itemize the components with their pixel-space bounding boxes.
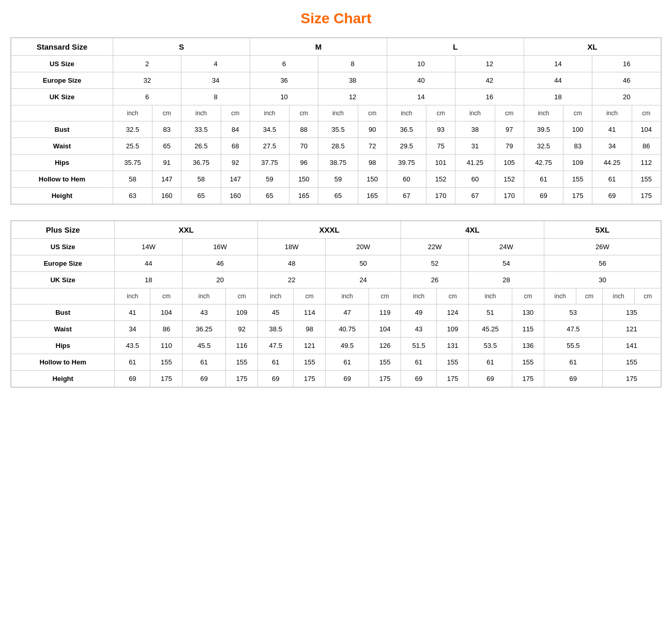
us-size-2: 2 (113, 56, 181, 72)
plus-waist-43: 43 (401, 321, 436, 338)
plus-unit-inch-6: inch (469, 288, 512, 304)
us-26w: 26W (544, 239, 661, 255)
plus-us-size-label: US Size (11, 239, 115, 255)
plus-hips-126: 126 (369, 338, 401, 354)
waist-72: 72 (358, 138, 387, 155)
plus-hips-110: 110 (150, 338, 182, 354)
us-20w: 20W (326, 239, 401, 255)
plus-h2h-155-3: 155 (294, 354, 326, 371)
plus-unit-cm-7: cm (576, 288, 602, 304)
plus-bust-label: Bust (11, 304, 115, 321)
plus-eu-50: 50 (326, 255, 401, 272)
waist-label: Waist (11, 138, 113, 155)
uk-size-10: 10 (250, 89, 318, 105)
unit-inch-8: inch (592, 105, 632, 121)
ht-65-1: 65 (181, 188, 221, 204)
waist-65: 65 (152, 138, 181, 155)
hips-label: Hips (11, 155, 113, 171)
plus-waist-47.5: 47.5 (544, 321, 602, 338)
plus-unit-cm-4: cm (369, 288, 401, 304)
plus-h2h-61-7: 61 (544, 354, 602, 371)
ht-67-1: 67 (387, 188, 426, 204)
waist-75: 75 (426, 138, 455, 155)
plus-ht-69-6: 69 (469, 371, 512, 387)
plus-bust-135: 135 (602, 304, 661, 321)
eu-size-32: 32 (113, 72, 181, 89)
plus-hips-51.5: 51.5 (401, 338, 436, 354)
hips-112: 112 (632, 155, 661, 171)
plus-uk-26: 26 (401, 272, 468, 288)
hips-101: 101 (426, 155, 455, 171)
bust-84: 84 (221, 121, 250, 138)
eu-size-36: 36 (250, 72, 318, 89)
plus-bust-109: 109 (226, 304, 258, 321)
us-size-4: 4 (181, 56, 250, 72)
unit-inch-7: inch (524, 105, 563, 121)
unit-inch-2: inch (181, 105, 221, 121)
bust-100: 100 (563, 121, 592, 138)
us-size-label: US Size (11, 56, 113, 72)
size-xxl-header: XXL (115, 221, 258, 239)
plus-ht-69-5: 69 (401, 371, 436, 387)
plus-h2h-61-2: 61 (182, 354, 226, 371)
waist-79: 79 (495, 138, 524, 155)
ht-165-2: 165 (358, 188, 387, 204)
plus-waist-121: 121 (602, 321, 661, 338)
plus-bust-114: 114 (294, 304, 326, 321)
plus-bust-47: 47 (326, 304, 369, 321)
us-size-8: 8 (318, 56, 387, 72)
plus-hips-45.5: 45.5 (182, 338, 226, 354)
size-m-header: M (250, 38, 387, 56)
plus-unit-inch-8: inch (602, 288, 635, 304)
waist-31: 31 (455, 138, 495, 155)
us-22w: 22W (401, 239, 468, 255)
plus-ht-175-5: 175 (437, 371, 469, 387)
unit-cm-8: cm (632, 105, 661, 121)
h2h-61-2: 61 (592, 171, 632, 188)
hips-44.25: 44.25 (592, 155, 632, 171)
bust-104: 104 (632, 121, 661, 138)
plus-unit-inch-4: inch (326, 288, 369, 304)
h2h-147-2: 147 (221, 171, 250, 188)
plus-h2h-61-3: 61 (258, 354, 294, 371)
unit-inch-6: inch (455, 105, 495, 121)
plus-hips-141: 141 (602, 338, 661, 354)
standard-size-label: Stansard Size (11, 38, 113, 56)
uk-size-12: 12 (318, 89, 387, 105)
us-size-16: 16 (592, 56, 661, 72)
plus-bust-51: 51 (469, 304, 512, 321)
plus-h2h-61-4: 61 (326, 354, 369, 371)
plus-bust-49: 49 (401, 304, 436, 321)
hollow-to-hem-label: Hollow to Hem (11, 171, 113, 188)
plus-ht-175-3: 175 (294, 371, 326, 387)
waist-25.5: 25.5 (113, 138, 152, 155)
plus-uk-size-label: UK Size (11, 272, 115, 288)
hips-91: 91 (152, 155, 181, 171)
plus-size-label: Plus Size (11, 221, 115, 239)
waist-70: 70 (289, 138, 318, 155)
plus-h2h-61-6: 61 (469, 354, 512, 371)
h2h-152-1: 152 (426, 171, 455, 188)
h2h-59-2: 59 (318, 171, 358, 188)
bust-93: 93 (426, 121, 455, 138)
hips-38.75: 38.75 (318, 155, 358, 171)
bust-38: 38 (455, 121, 495, 138)
waist-32.5: 32.5 (524, 138, 563, 155)
empty-cell (11, 105, 113, 121)
plus-h2h-155-1: 155 (150, 354, 182, 371)
bust-35.5: 35.5 (318, 121, 358, 138)
hips-35.75: 35.75 (113, 155, 152, 171)
plus-europe-size-label: Europe Size (11, 255, 115, 272)
us-14w: 14W (115, 239, 182, 255)
uk-size-8: 8 (181, 89, 250, 105)
plus-unit-cm-3: cm (294, 288, 326, 304)
plus-waist-104: 104 (369, 321, 401, 338)
h2h-60-2: 60 (455, 171, 495, 188)
ht-69-2: 69 (592, 188, 632, 204)
hips-42.75: 42.75 (524, 155, 563, 171)
plus-size-table: Plus Size XXL XXXL 4XL 5XL US Size 14W 1… (10, 220, 662, 388)
plus-unit-inch-2: inch (182, 288, 226, 304)
waist-27.5: 27.5 (250, 138, 289, 155)
bust-34.5: 34.5 (250, 121, 289, 138)
ht-160-2: 160 (221, 188, 250, 204)
